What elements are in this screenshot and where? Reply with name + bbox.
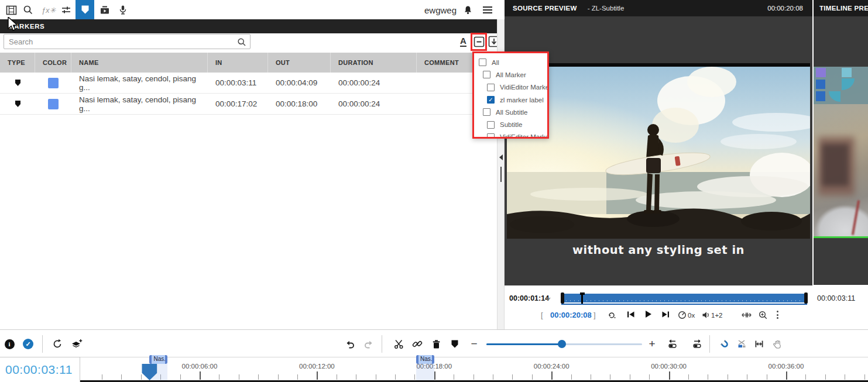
search-input[interactable] [4, 35, 250, 49]
marker-in: 00:00:17:02 [208, 94, 268, 114]
zoom-out-timeline-icon[interactable]: − [466, 336, 482, 352]
effects-icon[interactable]: ƒx✳ [41, 2, 56, 18]
delete-icon[interactable] [428, 336, 444, 352]
add-layer-icon[interactable] [68, 336, 85, 352]
timeline-marker-tag[interactable]: Nas... [416, 355, 434, 364]
checkbox-unchecked[interactable] [483, 108, 490, 116]
splitter-handle[interactable] [500, 167, 502, 182]
source-scrub-bar[interactable] [561, 294, 807, 302]
text-style-icon[interactable]: A [460, 36, 466, 47]
marker-color-swatch[interactable] [48, 99, 59, 109]
ruler-major-tick [434, 371, 435, 380]
loop-playback-icon[interactable] [608, 311, 616, 319]
pan-hand-icon[interactable] [769, 336, 785, 352]
in-handle[interactable] [561, 292, 564, 304]
jog-shuttle-icon[interactable] [742, 311, 752, 319]
snap-magnet-icon[interactable] [716, 336, 733, 352]
timeline-video[interactable] [814, 67, 868, 236]
play-icon[interactable] [644, 310, 652, 318]
source-current-timecode[interactable]: 00:00:01:14 [509, 294, 549, 302]
timeline-marker-tag[interactable]: Nas... [149, 355, 167, 364]
more-options-icon[interactable] [777, 311, 778, 319]
search-tool-icon[interactable] [20, 2, 36, 18]
redo-icon[interactable] [360, 336, 376, 352]
current-timecode[interactable]: 00:00:03:11 [5, 363, 73, 377]
project-name[interactable]: ewgweg [404, 5, 457, 15]
undo-icon[interactable] [342, 336, 358, 352]
insert-before-icon[interactable] [664, 336, 681, 352]
marker-table-header: TYPE COLOR NAME IN OUT DURATION COMMENT [0, 53, 496, 73]
main-menu-icon[interactable] [480, 2, 495, 18]
approve-icon[interactable]: ✓ [20, 336, 36, 352]
col-in[interactable]: IN [208, 53, 268, 73]
filter-option-label: All Marker [496, 71, 526, 78]
col-duration[interactable]: DURATION [331, 53, 417, 73]
ruler-minor-tick [180, 374, 181, 380]
export-icon[interactable] [97, 2, 112, 18]
microphone-icon[interactable] [115, 2, 131, 18]
marker-table-row[interactable]: Nasi lemak, satay, cendol, pisang g... 0… [0, 73, 496, 94]
zoom-in-icon[interactable] [759, 311, 767, 319]
timeline-zoom-slider-knob[interactable] [558, 340, 566, 348]
reset-icon[interactable] [49, 336, 66, 352]
collapse-panel-icon[interactable] [499, 154, 503, 160]
subtitle-overlay-text: without any styling set in [507, 243, 810, 257]
filter-option-all-subtitle[interactable]: All Subtitle [474, 106, 547, 118]
filter-markers-icon[interactable] [474, 36, 485, 47]
link-icon[interactable] [409, 336, 426, 352]
filter-option-all[interactable]: All [474, 56, 547, 68]
ruler-minor-tick [474, 374, 474, 380]
marker-duration: 00:00:00:24 [331, 94, 417, 114]
next-frame-icon[interactable] [661, 311, 670, 318]
ruler-minor-tick [532, 374, 533, 380]
logo-square-blue [816, 91, 825, 101]
filter-option-zl-marker-label[interactable]: ✓zl marker label [474, 94, 547, 106]
ruler-minor-tick [610, 374, 610, 380]
checkbox-unchecked[interactable] [487, 84, 495, 91]
checkbox-unchecked[interactable] [487, 121, 495, 129]
fit-timeline-icon[interactable] [751, 336, 767, 352]
ruler-minor-tick [356, 374, 356, 380]
out-handle[interactable] [804, 292, 808, 304]
checkbox-unchecked[interactable] [487, 133, 495, 139]
scrub-playhead[interactable] [581, 292, 583, 304]
previous-frame-icon[interactable] [626, 311, 635, 318]
filter-option-vidieditor-marker[interactable]: VidiEditor Marker [474, 81, 547, 94]
source-video[interactable] [507, 67, 810, 239]
timeline-current-timecode[interactable]: 00:00:03:11 [817, 294, 855, 302]
col-name[interactable]: NAME [71, 53, 208, 73]
filter-option-subtitle[interactable]: Subtitle [474, 118, 547, 130]
filter-option-all-marker[interactable]: All Marker [474, 68, 547, 81]
col-type[interactable]: TYPE [0, 53, 35, 73]
insert-after-icon[interactable] [689, 336, 705, 352]
search-icon[interactable] [237, 37, 246, 47]
adjust-settings-icon[interactable] [59, 2, 74, 18]
ruler-minor-tick [219, 374, 219, 380]
col-out[interactable]: OUT [268, 53, 331, 73]
timecode-dropdown-icon[interactable] [545, 297, 551, 301]
media-bin-icon[interactable] [4, 2, 19, 18]
inout-duration-timecode[interactable]: 00:00:20:08 [550, 311, 592, 319]
col-color[interactable]: COLOR [35, 53, 71, 73]
audio-channels-icon[interactable] [702, 311, 710, 319]
ruler-minor-tick [591, 374, 591, 380]
add-marker-icon[interactable] [447, 336, 463, 352]
timeline-ruler[interactable]: 00:00:06:0000:00:12:0000:00:18:0000:00:2… [0, 357, 868, 382]
markers-tool-button[interactable] [76, 0, 94, 19]
ruler-minor-tick [747, 374, 747, 380]
marker-table-row[interactable]: Nasi lemak, satay, cendol, pisang g... 0… [0, 94, 496, 115]
checkbox-unchecked[interactable] [483, 71, 490, 78]
filter-option-label: VidiEditor Marker [500, 84, 549, 91]
filter-option-vidieditor-marker[interactable]: VidiEditor Marker [474, 131, 547, 139]
cut-icon[interactable] [390, 336, 407, 352]
notifications-bell-icon[interactable] [460, 2, 475, 18]
playback-speed-icon[interactable] [678, 311, 687, 319]
info-icon[interactable]: i [1, 336, 18, 352]
zoom-in-timeline-icon[interactable]: + [644, 336, 660, 352]
ruler-minor-tick [395, 374, 396, 380]
marker-color-swatch[interactable] [48, 78, 59, 88]
checkbox-unchecked[interactable] [479, 58, 486, 66]
timecode-box: 00:00:03:11 [0, 357, 80, 382]
razor-cut-icon[interactable] [733, 336, 750, 352]
checkbox-checked[interactable]: ✓ [487, 96, 495, 104]
